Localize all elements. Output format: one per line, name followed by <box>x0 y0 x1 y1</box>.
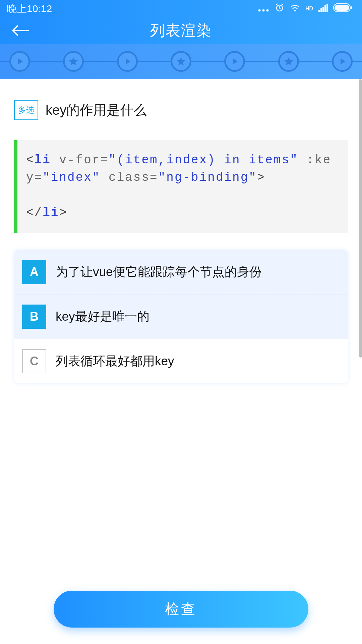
svg-rect-11 <box>335 5 349 11</box>
step-star[interactable] <box>63 51 84 72</box>
bottom-bar: 检查 <box>0 567 362 644</box>
more-icon <box>258 3 269 14</box>
svg-point-0 <box>258 9 260 12</box>
step-play[interactable] <box>117 51 138 72</box>
svg-rect-7 <box>322 7 324 12</box>
step-star[interactable] <box>171 51 191 72</box>
page-title: 列表渲染 <box>150 21 212 41</box>
step-star[interactable] <box>278 51 299 72</box>
svg-rect-6 <box>320 8 322 12</box>
svg-point-2 <box>266 9 268 12</box>
status-bar: 晚上10:12 HD <box>0 0 362 17</box>
question-type-tag: 多选 <box>14 100 38 120</box>
step-play[interactable] <box>332 51 353 72</box>
status-icons: HD <box>258 3 353 15</box>
svg-point-1 <box>262 9 264 12</box>
title-bar: 列表渲染 <box>0 17 362 44</box>
scrollbar[interactable] <box>359 79 362 358</box>
alarm-icon <box>275 3 285 15</box>
svg-marker-15 <box>126 58 130 64</box>
step-play[interactable] <box>9 51 30 72</box>
svg-marker-14 <box>69 57 78 65</box>
svg-rect-5 <box>318 10 320 12</box>
choice-letter: B <box>22 305 46 329</box>
choice-letter: A <box>22 260 46 284</box>
svg-rect-12 <box>351 6 352 9</box>
svg-marker-13 <box>18 58 23 64</box>
progress-strip <box>0 44 362 79</box>
status-time: 晚上10:12 <box>7 2 52 16</box>
svg-marker-17 <box>233 58 238 64</box>
battery-icon <box>333 3 353 14</box>
choice-b[interactable]: Bkey最好是唯一的 <box>14 294 348 339</box>
svg-marker-16 <box>177 57 185 65</box>
svg-rect-9 <box>326 4 328 12</box>
choice-a[interactable]: A为了让vue便它能跟踪每个节点的身份 <box>14 250 348 294</box>
signal-icon <box>318 3 328 14</box>
svg-point-4 <box>294 10 296 11</box>
svg-marker-18 <box>284 57 293 65</box>
choice-text: 列表循环最好都用key <box>56 353 174 370</box>
back-button[interactable] <box>10 20 30 41</box>
step-play[interactable] <box>224 51 245 72</box>
wifi-icon <box>290 3 300 14</box>
choice-list: A为了让vue便它能跟踪每个节点的身份Bkey最好是唯一的C列表循环最好都用ke… <box>14 250 348 383</box>
svg-rect-8 <box>324 5 326 12</box>
choice-text: key最好是唯一的 <box>56 308 149 325</box>
hd-label: HD <box>305 6 313 12</box>
code-block: <li v-for="(item,index) in items" :key="… <box>14 140 348 233</box>
choice-c[interactable]: C列表循环最好都用key <box>14 339 348 383</box>
content-area: 多选 key的作用是什么 <li v-for="(item,index) in … <box>0 79 362 567</box>
check-button[interactable]: 检查 <box>54 591 308 628</box>
choice-letter: C <box>22 349 46 373</box>
question-title: key的作用是什么 <box>46 101 147 119</box>
svg-marker-19 <box>341 58 345 64</box>
question-header: 多选 key的作用是什么 <box>14 100 348 120</box>
choice-text: 为了让vue便它能跟踪每个节点的身份 <box>56 264 262 280</box>
arrow-left-icon <box>11 24 29 37</box>
